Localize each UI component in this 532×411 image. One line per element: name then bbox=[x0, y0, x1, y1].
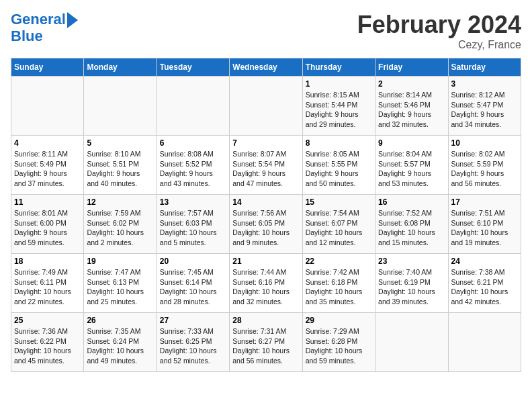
calendar-cell: 13Sunrise: 7:57 AMSunset: 6:03 PMDayligh… bbox=[157, 195, 229, 254]
day-info: Sunrise: 7:51 AMSunset: 6:10 PMDaylight:… bbox=[451, 208, 518, 248]
day-info: Sunrise: 7:54 AMSunset: 6:07 PMDaylight:… bbox=[306, 208, 372, 248]
day-number: 7 bbox=[232, 138, 299, 148]
column-header-thursday: Thursday bbox=[302, 58, 375, 77]
day-number: 11 bbox=[14, 197, 81, 207]
calendar-cell bbox=[230, 77, 302, 136]
day-number: 9 bbox=[378, 138, 445, 148]
day-info: Sunrise: 7:59 AMSunset: 6:02 PMDaylight:… bbox=[87, 208, 153, 248]
day-info: Sunrise: 7:29 AMSunset: 6:28 PMDaylight:… bbox=[306, 326, 372, 366]
day-info: Sunrise: 7:38 AMSunset: 6:21 PMDaylight:… bbox=[451, 267, 518, 307]
day-info: Sunrise: 7:31 AMSunset: 6:27 PMDaylight:… bbox=[232, 326, 299, 366]
day-number: 21 bbox=[232, 257, 299, 266]
calendar-title: February 2024 bbox=[357, 11, 521, 39]
column-header-tuesday: Tuesday bbox=[157, 58, 229, 77]
day-number: 1 bbox=[306, 79, 372, 89]
day-info: Sunrise: 8:04 AMSunset: 5:57 PMDaylight:… bbox=[378, 149, 445, 189]
day-info: Sunrise: 8:11 AMSunset: 5:49 PMDaylight:… bbox=[14, 149, 81, 189]
calendar-cell: 14Sunrise: 7:56 AMSunset: 6:05 PMDayligh… bbox=[230, 195, 302, 254]
calendar-cell: 25Sunrise: 7:36 AMSunset: 6:22 PMDayligh… bbox=[11, 313, 84, 372]
day-number: 17 bbox=[451, 197, 518, 207]
day-number: 19 bbox=[87, 257, 153, 266]
column-header-friday: Friday bbox=[375, 58, 448, 77]
week-row-4: 18Sunrise: 7:49 AMSunset: 6:11 PMDayligh… bbox=[11, 254, 521, 313]
day-number: 23 bbox=[378, 257, 445, 266]
calendar-cell: 1Sunrise: 8:15 AMSunset: 5:44 PMDaylight… bbox=[302, 77, 375, 136]
week-row-3: 11Sunrise: 8:01 AMSunset: 6:00 PMDayligh… bbox=[11, 195, 521, 254]
day-number: 28 bbox=[232, 316, 299, 325]
calendar-cell: 27Sunrise: 7:33 AMSunset: 6:25 PMDayligh… bbox=[157, 313, 229, 372]
day-number: 13 bbox=[160, 197, 226, 207]
logo-arrow-icon bbox=[67, 12, 78, 28]
column-header-sunday: Sunday bbox=[11, 58, 84, 77]
day-info: Sunrise: 7:45 AMSunset: 6:14 PMDaylight:… bbox=[160, 267, 226, 307]
week-row-5: 25Sunrise: 7:36 AMSunset: 6:22 PMDayligh… bbox=[11, 313, 521, 372]
day-info: Sunrise: 8:15 AMSunset: 5:44 PMDaylight:… bbox=[306, 90, 372, 130]
day-number: 29 bbox=[306, 316, 372, 325]
day-number: 27 bbox=[160, 316, 226, 325]
calendar-cell: 11Sunrise: 8:01 AMSunset: 6:00 PMDayligh… bbox=[11, 195, 84, 254]
day-info: Sunrise: 8:02 AMSunset: 5:59 PMDaylight:… bbox=[451, 149, 518, 189]
day-info: Sunrise: 8:14 AMSunset: 5:46 PMDaylight:… bbox=[378, 90, 445, 130]
calendar-cell: 22Sunrise: 7:42 AMSunset: 6:18 PMDayligh… bbox=[302, 254, 375, 313]
day-info: Sunrise: 7:52 AMSunset: 6:08 PMDaylight:… bbox=[378, 208, 445, 248]
day-number: 12 bbox=[87, 197, 153, 207]
day-number: 10 bbox=[451, 138, 518, 148]
column-header-wednesday: Wednesday bbox=[230, 58, 302, 77]
calendar-cell: 9Sunrise: 8:04 AMSunset: 5:57 PMDaylight… bbox=[375, 136, 448, 195]
calendar-cell bbox=[157, 77, 229, 136]
calendar-cell: 3Sunrise: 8:12 AMSunset: 5:47 PMDaylight… bbox=[448, 77, 521, 136]
day-info: Sunrise: 8:01 AMSunset: 6:00 PMDaylight:… bbox=[14, 208, 81, 248]
day-number: 8 bbox=[306, 138, 372, 148]
day-info: Sunrise: 7:57 AMSunset: 6:03 PMDaylight:… bbox=[160, 208, 226, 248]
day-info: Sunrise: 8:08 AMSunset: 5:52 PMDaylight:… bbox=[160, 149, 226, 189]
calendar-cell: 29Sunrise: 7:29 AMSunset: 6:28 PMDayligh… bbox=[302, 313, 375, 372]
day-info: Sunrise: 7:44 AMSunset: 6:16 PMDaylight:… bbox=[232, 267, 299, 307]
calendar-cell: 28Sunrise: 7:31 AMSunset: 6:27 PMDayligh… bbox=[230, 313, 302, 372]
day-number: 15 bbox=[306, 197, 372, 207]
calendar-subtitle: Cezy, France bbox=[357, 39, 521, 51]
day-info: Sunrise: 7:56 AMSunset: 6:05 PMDaylight:… bbox=[232, 208, 299, 248]
day-number: 3 bbox=[451, 79, 518, 89]
day-info: Sunrise: 7:36 AMSunset: 6:22 PMDaylight:… bbox=[14, 326, 81, 366]
calendar-cell: 24Sunrise: 7:38 AMSunset: 6:21 PMDayligh… bbox=[448, 254, 521, 313]
column-header-monday: Monday bbox=[84, 58, 157, 77]
calendar-cell: 4Sunrise: 8:11 AMSunset: 5:49 PMDaylight… bbox=[11, 136, 84, 195]
day-number: 5 bbox=[87, 138, 153, 148]
logo-text: General bbox=[11, 11, 66, 28]
title-block: February 2024 Cezy, France bbox=[357, 11, 521, 51]
day-info: Sunrise: 7:33 AMSunset: 6:25 PMDaylight:… bbox=[160, 326, 226, 366]
calendar-cell: 23Sunrise: 7:40 AMSunset: 6:19 PMDayligh… bbox=[375, 254, 448, 313]
calendar-cell: 2Sunrise: 8:14 AMSunset: 5:46 PMDaylight… bbox=[375, 77, 448, 136]
logo-text2: Blue bbox=[11, 28, 43, 44]
calendar-cell bbox=[448, 313, 521, 372]
calendar-cell: 20Sunrise: 7:45 AMSunset: 6:14 PMDayligh… bbox=[157, 254, 229, 313]
calendar-cell bbox=[375, 313, 448, 372]
calendar-cell: 26Sunrise: 7:35 AMSunset: 6:24 PMDayligh… bbox=[84, 313, 157, 372]
calendar-header-row: SundayMondayTuesdayWednesdayThursdayFrid… bbox=[11, 58, 521, 77]
day-info: Sunrise: 7:47 AMSunset: 6:13 PMDaylight:… bbox=[87, 267, 153, 307]
calendar-cell: 7Sunrise: 8:07 AMSunset: 5:54 PMDaylight… bbox=[230, 136, 302, 195]
day-info: Sunrise: 7:35 AMSunset: 6:24 PMDaylight:… bbox=[87, 326, 153, 366]
page-header: General Blue February 2024 Cezy, France bbox=[11, 11, 521, 51]
day-info: Sunrise: 8:07 AMSunset: 5:54 PMDaylight:… bbox=[232, 149, 299, 189]
logo: General Blue bbox=[11, 11, 78, 44]
day-number: 14 bbox=[232, 197, 299, 207]
calendar-cell bbox=[11, 77, 84, 136]
calendar-cell bbox=[84, 77, 157, 136]
calendar-cell: 16Sunrise: 7:52 AMSunset: 6:08 PMDayligh… bbox=[375, 195, 448, 254]
day-info: Sunrise: 8:12 AMSunset: 5:47 PMDaylight:… bbox=[451, 90, 518, 130]
day-info: Sunrise: 8:05 AMSunset: 5:55 PMDaylight:… bbox=[306, 149, 372, 189]
week-row-2: 4Sunrise: 8:11 AMSunset: 5:49 PMDaylight… bbox=[11, 136, 521, 195]
day-number: 25 bbox=[14, 316, 81, 325]
day-number: 20 bbox=[160, 257, 226, 266]
day-number: 4 bbox=[14, 138, 81, 148]
day-number: 22 bbox=[306, 257, 372, 266]
calendar-cell: 18Sunrise: 7:49 AMSunset: 6:11 PMDayligh… bbox=[11, 254, 84, 313]
day-info: Sunrise: 7:49 AMSunset: 6:11 PMDaylight:… bbox=[14, 267, 81, 307]
day-info: Sunrise: 7:42 AMSunset: 6:18 PMDaylight:… bbox=[306, 267, 372, 307]
calendar-cell: 10Sunrise: 8:02 AMSunset: 5:59 PMDayligh… bbox=[448, 136, 521, 195]
day-number: 2 bbox=[378, 79, 445, 89]
calendar-table: SundayMondayTuesdayWednesdayThursdayFrid… bbox=[11, 58, 521, 372]
day-number: 6 bbox=[160, 138, 226, 148]
calendar-cell: 12Sunrise: 7:59 AMSunset: 6:02 PMDayligh… bbox=[84, 195, 157, 254]
